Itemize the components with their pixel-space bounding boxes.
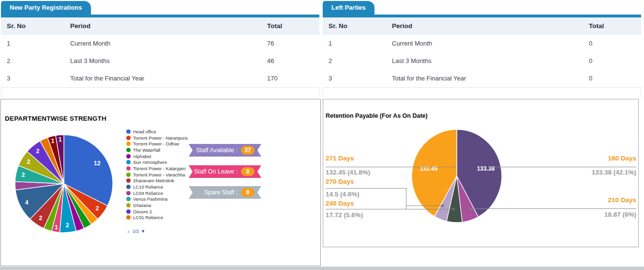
column-header-sr-no: Sr. No: [329, 17, 347, 35]
slice-value-label: 2: [39, 215, 42, 222]
staff-available-ribbon: Staff Available : 37: [189, 144, 261, 157]
legend-item: Head office: [126, 128, 187, 135]
tab-left-parties[interactable]: Left Parties: [323, 1, 374, 15]
callout-210-days-label: 210 Days: [608, 196, 636, 204]
legend-item: Sharanam Metrolink: [126, 178, 187, 184]
slice-value-label: 4: [25, 199, 29, 206]
panel-retention-payable: Retention Payable (For As On Date) 132.4…: [323, 99, 639, 247]
leader-line: [406, 188, 406, 209]
leader-line: [326, 167, 456, 167]
slice-value-label: 1: [59, 136, 62, 143]
ribbon-label: Staff On Leave :: [194, 168, 238, 175]
cell-sr-no: 1: [7, 35, 10, 52]
column-header-period: Period: [392, 17, 412, 35]
cell-period: Total for the Financial Year: [70, 70, 144, 87]
legend-label: Head office: [133, 129, 156, 134]
legend-label: Sun Atmosphere: [133, 159, 167, 165]
ribbon-label: Staff Available :: [196, 147, 238, 154]
slice-value-label: 2: [27, 159, 30, 165]
cell-period: Current Month: [392, 35, 432, 52]
legend-page-indicator: 1/2: [133, 228, 139, 234]
section-title: DEPARTMENTWISE STRENGTH: [5, 115, 106, 122]
legend-label: LC01 Reliance: [133, 215, 163, 220]
cell-total: 0: [589, 52, 592, 70]
legend-page-up-icon[interactable]: ▲: [126, 229, 131, 234]
legend-label: LC04 Reliance: [133, 191, 163, 196]
legend-item: Torrent Power - Naranpura: [126, 135, 187, 141]
legend-label: Venus Pashmina: [133, 196, 167, 202]
table-header-row: Sr. No Period Total: [323, 17, 641, 35]
departmentwise-pie-chart: 122212422211: [14, 134, 114, 234]
legend-item: Venus Pashmina: [126, 196, 187, 203]
legend-bullet-icon: [126, 129, 131, 134]
staff-available-count: 37: [241, 146, 255, 155]
legend-bullet-icon: [126, 215, 131, 220]
pie-legend: Head officeTorrent Power - NaranpuraTorr…: [126, 128, 187, 221]
legend-bullet-icon: [126, 148, 131, 152]
slice-value-label: 2: [66, 222, 69, 229]
legend-pager: ▲ 1/2 ▼: [126, 228, 145, 234]
legend-bullet-icon: [126, 160, 131, 164]
cell-total: 0: [589, 70, 592, 87]
callout-180-days-value: 133.38 (42.1%): [592, 169, 636, 176]
callout-271-days-value: 132.45 (41.8%): [326, 169, 370, 176]
legend-item: LC04 Reliance: [126, 190, 187, 196]
ribbon-label: Spare Staff :: [204, 189, 238, 196]
legend-item: Gharana: [126, 202, 187, 208]
table-header-row: Sr. No Period Total: [1, 17, 319, 35]
leader-line: [468, 208, 636, 209]
staff-on-leave-count: 0: [241, 167, 255, 176]
legend-bullet-icon: [126, 203, 131, 207]
legend-label: Gharana: [133, 203, 151, 208]
spare-staff-ribbon: Spare Staff : 0: [189, 186, 261, 199]
legend-bullet-icon: [126, 173, 131, 177]
chart-title: Retention Payable (For As On Date): [326, 112, 428, 119]
column-header-sr-no: Sr. No: [7, 17, 26, 35]
cell-sr-no: 2: [7, 52, 10, 70]
panel-departmentwise-strength: DEPARTMENTWISE STRENGTH 122212422211 Hea…: [0, 99, 321, 266]
legend-label: Torrent Power - Naranpura: [133, 135, 187, 141]
legend-label: LC10 Reliance: [133, 184, 163, 190]
leader-dot: [466, 207, 469, 210]
window-bottom-bar: [0, 267, 644, 270]
callout-210-days-value: 18.87 (6%): [604, 211, 636, 218]
spare-staff-count: 0: [241, 188, 255, 197]
cell-sr-no: 2: [329, 52, 332, 70]
slice-value-label: 2: [96, 205, 99, 212]
staff-on-leave-ribbon: Staff On Leave : 0: [189, 165, 261, 178]
legend-bullet-icon: [126, 185, 131, 189]
cell-sr-no: 1: [329, 35, 332, 52]
leader-line: [488, 167, 636, 167]
slice-value-label: 2: [36, 148, 40, 155]
legend-label: Torrent Power - Varachha: [133, 172, 185, 177]
legend-page-down-icon[interactable]: ▼: [141, 229, 145, 234]
legend-label: Oeuvre 2: [133, 209, 152, 214]
legend-item: Alphabet: [126, 153, 187, 159]
leader-dot: [441, 205, 444, 207]
callout-270-days-value: 14.5 (4.6%): [326, 191, 359, 198]
callout-271-days-label: 271 Days: [326, 155, 354, 162]
table-row: 2 Last 3 Months 46: [1, 52, 319, 70]
column-header-total: Total: [589, 17, 604, 35]
table-row: 2 Last 3 Months 0: [323, 52, 641, 70]
legend-label: Torrent Power - Odhav: [133, 141, 180, 146]
cell-period: Last 3 Months: [70, 52, 110, 70]
callout-180-days-label: 180 Days: [608, 155, 636, 162]
legend-bullet-icon: [126, 166, 131, 171]
cell-total: 170: [267, 70, 278, 87]
panel-left-parties: Left Parties Sr. No Period Total 1 Curre…: [323, 1, 641, 97]
legend-item: LC10 Reliance: [126, 184, 187, 190]
tab-label: Left Parties: [331, 4, 366, 11]
cell-sr-no: 3: [7, 70, 10, 87]
callout-240-days-value: 17.72 (5.6%): [326, 211, 363, 219]
legend-label: The Waterfall: [133, 147, 160, 153]
legend-bullet-icon: [126, 191, 131, 195]
cell-sr-no: 3: [329, 70, 332, 87]
column-header-period: Period: [70, 17, 90, 35]
cell-total: 76: [267, 35, 274, 52]
slice-value-label: 1: [55, 224, 58, 231]
legend-bullet-icon: [126, 197, 131, 201]
legend-bullet-icon: [126, 178, 131, 183]
tab-new-party-registrations[interactable]: New Party Registrations: [1, 1, 91, 15]
legend-item: Oeuvre 2: [126, 208, 187, 215]
